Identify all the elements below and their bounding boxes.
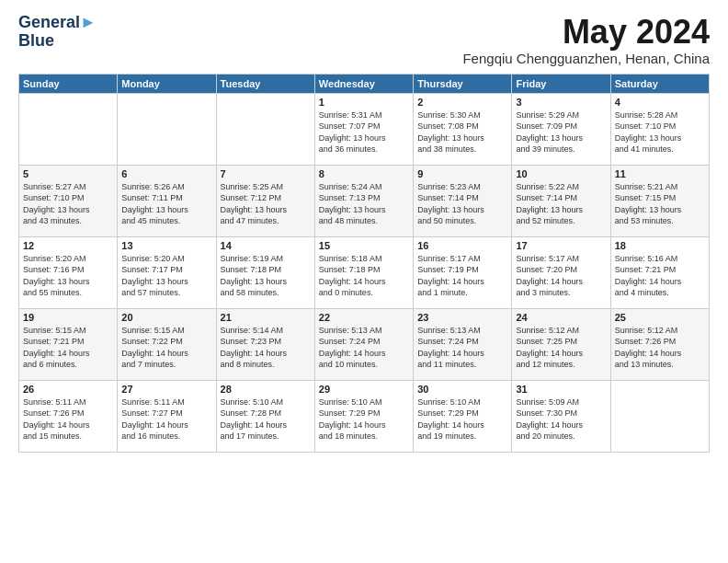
calendar-cell: 14Sunrise: 5:19 AM Sunset: 7:18 PM Dayli… (216, 236, 314, 308)
day-info: Sunrise: 5:18 AM Sunset: 7:18 PM Dayligh… (319, 253, 409, 299)
header-sunday: Sunday (19, 74, 118, 93)
day-number: 14 (221, 240, 311, 251)
calendar-cell: 22Sunrise: 5:13 AM Sunset: 7:24 PM Dayli… (314, 308, 413, 380)
day-info: Sunrise: 5:16 AM Sunset: 7:21 PM Dayligh… (615, 253, 705, 299)
day-number: 27 (121, 384, 211, 395)
day-info: Sunrise: 5:31 AM Sunset: 7:07 PM Dayligh… (319, 109, 409, 155)
day-number: 11 (615, 168, 705, 179)
calendar-cell: 11Sunrise: 5:21 AM Sunset: 7:15 PM Dayli… (610, 165, 709, 236)
day-number: 29 (319, 384, 409, 395)
calendar-cell: 12Sunrise: 5:20 AM Sunset: 7:16 PM Dayli… (19, 236, 118, 308)
calendar-cell: 20Sunrise: 5:15 AM Sunset: 7:22 PM Dayli… (118, 308, 216, 380)
day-info: Sunrise: 5:14 AM Sunset: 7:23 PM Dayligh… (221, 325, 311, 371)
calendar-week-row: 1Sunrise: 5:31 AM Sunset: 7:07 PM Daylig… (19, 93, 710, 165)
day-info: Sunrise: 5:29 AM Sunset: 7:09 PM Dayligh… (516, 109, 606, 155)
calendar-title: May 2024 (462, 14, 710, 51)
day-info: Sunrise: 5:20 AM Sunset: 7:16 PM Dayligh… (23, 253, 113, 299)
day-info: Sunrise: 5:19 AM Sunset: 7:18 PM Dayligh… (221, 253, 311, 299)
day-number: 20 (121, 312, 211, 323)
day-number: 21 (221, 312, 311, 323)
day-number: 12 (23, 240, 113, 251)
day-number: 16 (417, 240, 507, 251)
calendar-cell: 23Sunrise: 5:13 AM Sunset: 7:24 PM Dayli… (414, 308, 512, 380)
header-wednesday: Wednesday (314, 74, 413, 93)
logo-text: General►Blue (18, 14, 97, 51)
calendar-cell: 31Sunrise: 5:09 AM Sunset: 7:30 PM Dayli… (512, 380, 610, 452)
calendar-cell (19, 93, 118, 165)
header-friday: Friday (512, 74, 610, 93)
day-info: Sunrise: 5:13 AM Sunset: 7:24 PM Dayligh… (417, 325, 507, 371)
day-number: 9 (417, 168, 507, 179)
day-info: Sunrise: 5:15 AM Sunset: 7:21 PM Dayligh… (23, 325, 113, 371)
day-number: 10 (516, 168, 606, 179)
title-block: May 2024 Fengqiu Chengguanzhen, Henan, C… (462, 14, 710, 66)
calendar-cell: 1Sunrise: 5:31 AM Sunset: 7:07 PM Daylig… (314, 93, 413, 165)
day-info: Sunrise: 5:17 AM Sunset: 7:20 PM Dayligh… (516, 253, 606, 299)
day-info: Sunrise: 5:15 AM Sunset: 7:22 PM Dayligh… (121, 325, 211, 371)
calendar-cell: 27Sunrise: 5:11 AM Sunset: 7:27 PM Dayli… (118, 380, 216, 452)
calendar-cell: 2Sunrise: 5:30 AM Sunset: 7:08 PM Daylig… (414, 93, 512, 165)
day-number: 15 (319, 240, 409, 251)
header-thursday: Thursday (414, 74, 512, 93)
calendar-cell: 7Sunrise: 5:25 AM Sunset: 7:12 PM Daylig… (216, 165, 314, 236)
day-info: Sunrise: 5:28 AM Sunset: 7:10 PM Dayligh… (615, 109, 705, 155)
day-info: Sunrise: 5:10 AM Sunset: 7:28 PM Dayligh… (221, 396, 311, 442)
calendar-cell: 18Sunrise: 5:16 AM Sunset: 7:21 PM Dayli… (610, 236, 709, 308)
calendar-page: General►Blue May 2024 Fengqiu Chengguanz… (0, 0, 728, 462)
day-number: 30 (417, 384, 507, 395)
header-row: Sunday Monday Tuesday Wednesday Thursday… (19, 74, 710, 93)
calendar-week-row: 12Sunrise: 5:20 AM Sunset: 7:16 PM Dayli… (19, 236, 710, 308)
day-number: 25 (615, 312, 705, 323)
day-info: Sunrise: 5:20 AM Sunset: 7:17 PM Dayligh… (121, 253, 211, 299)
calendar-cell: 24Sunrise: 5:12 AM Sunset: 7:25 PM Dayli… (512, 308, 610, 380)
day-info: Sunrise: 5:12 AM Sunset: 7:26 PM Dayligh… (615, 325, 705, 371)
header-saturday: Saturday (610, 74, 709, 93)
day-number: 4 (615, 97, 705, 108)
day-info: Sunrise: 5:27 AM Sunset: 7:10 PM Dayligh… (23, 181, 113, 227)
calendar-cell: 9Sunrise: 5:23 AM Sunset: 7:14 PM Daylig… (414, 165, 512, 236)
day-number: 5 (23, 168, 113, 179)
day-number: 6 (121, 168, 211, 179)
calendar-cell: 25Sunrise: 5:12 AM Sunset: 7:26 PM Dayli… (610, 308, 709, 380)
header: General►Blue May 2024 Fengqiu Chengguanz… (18, 14, 710, 66)
day-number: 1 (319, 97, 409, 108)
calendar-cell: 19Sunrise: 5:15 AM Sunset: 7:21 PM Dayli… (19, 308, 118, 380)
day-info: Sunrise: 5:26 AM Sunset: 7:11 PM Dayligh… (121, 181, 211, 227)
day-info: Sunrise: 5:10 AM Sunset: 7:29 PM Dayligh… (319, 396, 409, 442)
calendar-week-row: 5Sunrise: 5:27 AM Sunset: 7:10 PM Daylig… (19, 165, 710, 236)
calendar-cell (118, 93, 216, 165)
day-info: Sunrise: 5:09 AM Sunset: 7:30 PM Dayligh… (516, 396, 606, 442)
day-info: Sunrise: 5:23 AM Sunset: 7:14 PM Dayligh… (417, 181, 507, 227)
calendar-cell: 4Sunrise: 5:28 AM Sunset: 7:10 PM Daylig… (610, 93, 709, 165)
calendar-cell: 26Sunrise: 5:11 AM Sunset: 7:26 PM Dayli… (19, 380, 118, 452)
day-info: Sunrise: 5:22 AM Sunset: 7:14 PM Dayligh… (516, 181, 606, 227)
day-number: 13 (121, 240, 211, 251)
day-info: Sunrise: 5:11 AM Sunset: 7:26 PM Dayligh… (23, 396, 113, 442)
calendar-cell: 28Sunrise: 5:10 AM Sunset: 7:28 PM Dayli… (216, 380, 314, 452)
calendar-subtitle: Fengqiu Chengguanzhen, Henan, China (462, 51, 710, 66)
day-number: 17 (516, 240, 606, 251)
calendar-cell: 3Sunrise: 5:29 AM Sunset: 7:09 PM Daylig… (512, 93, 610, 165)
calendar-cell (216, 93, 314, 165)
calendar-cell: 5Sunrise: 5:27 AM Sunset: 7:10 PM Daylig… (19, 165, 118, 236)
header-tuesday: Tuesday (216, 74, 314, 93)
day-info: Sunrise: 5:13 AM Sunset: 7:24 PM Dayligh… (319, 325, 409, 371)
day-info: Sunrise: 5:30 AM Sunset: 7:08 PM Dayligh… (417, 109, 507, 155)
calendar-cell: 17Sunrise: 5:17 AM Sunset: 7:20 PM Dayli… (512, 236, 610, 308)
header-monday: Monday (118, 74, 216, 93)
day-number: 24 (516, 312, 606, 323)
day-number: 23 (417, 312, 507, 323)
day-number: 8 (319, 168, 409, 179)
logo: General►Blue (18, 14, 97, 51)
day-info: Sunrise: 5:10 AM Sunset: 7:29 PM Dayligh… (417, 396, 507, 442)
calendar-cell: 16Sunrise: 5:17 AM Sunset: 7:19 PM Dayli… (414, 236, 512, 308)
calendar-cell (610, 380, 709, 452)
day-number: 19 (23, 312, 113, 323)
day-info: Sunrise: 5:21 AM Sunset: 7:15 PM Dayligh… (615, 181, 705, 227)
day-number: 3 (516, 97, 606, 108)
calendar-cell: 21Sunrise: 5:14 AM Sunset: 7:23 PM Dayli… (216, 308, 314, 380)
day-info: Sunrise: 5:24 AM Sunset: 7:13 PM Dayligh… (319, 181, 409, 227)
day-info: Sunrise: 5:17 AM Sunset: 7:19 PM Dayligh… (417, 253, 507, 299)
calendar-week-row: 26Sunrise: 5:11 AM Sunset: 7:26 PM Dayli… (19, 380, 710, 452)
calendar-cell: 29Sunrise: 5:10 AM Sunset: 7:29 PM Dayli… (314, 380, 413, 452)
